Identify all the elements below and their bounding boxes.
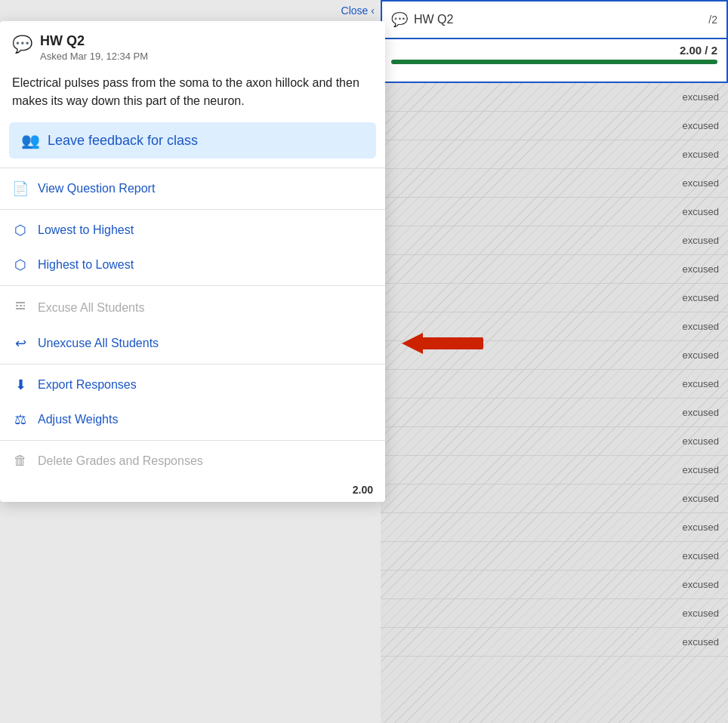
excused-row: excused xyxy=(381,140,728,169)
popup-subtitle: Asked Mar 19, 12:34 PM xyxy=(40,51,148,62)
divider-3 xyxy=(0,285,385,286)
divider-2 xyxy=(0,209,385,210)
excused-row: excused xyxy=(381,599,728,628)
menu-item-lowest-to-highest-label: Lowest to Highest xyxy=(38,223,134,237)
popup-header-content: HW Q2 Asked Mar 19, 12:34 PM xyxy=(40,33,148,62)
leave-feedback-label: Leave feedback for class xyxy=(48,133,198,149)
close-label: Close xyxy=(341,5,369,17)
red-arrow-indicator xyxy=(402,333,483,354)
excused-row: excused xyxy=(381,485,728,513)
popup-header: 💬 HW Q2 Asked Mar 19, 12:34 PM xyxy=(0,21,385,69)
menu-item-highest-to-lowest[interactable]: ⬡ Highest to Lowest xyxy=(0,248,385,282)
excuse-icon xyxy=(12,298,29,317)
close-chevron-icon: ‹ xyxy=(371,5,375,17)
bottom-score-value: 2.00 xyxy=(353,484,373,496)
popup-bottom-score: 2.00 xyxy=(0,478,385,502)
arrow-head xyxy=(402,333,423,354)
hw-header-pts: /2 xyxy=(708,14,717,26)
hw-score-row: 2.00 / 2 xyxy=(381,39,728,83)
menu-item-unexcuse-all[interactable]: ↩ Unexcuse All Students xyxy=(0,326,385,361)
menu-item-lowest-to-highest[interactable]: ⬡ Lowest to Highest xyxy=(0,213,385,248)
arrow-shaft xyxy=(423,337,483,349)
excused-row: excused xyxy=(381,284,728,312)
excused-row: excused xyxy=(381,169,728,198)
menu-item-export-responses[interactable]: ⬇ Export Responses xyxy=(0,368,385,402)
document-icon: 📄 xyxy=(12,180,29,197)
hw-score-bar xyxy=(391,60,717,64)
menu-item-excuse-all-label: Excuse All Students xyxy=(38,301,144,315)
excused-row: excused xyxy=(381,628,728,657)
leave-feedback-icon: 👥 xyxy=(21,131,40,149)
hw-header-icon: 💬 xyxy=(391,11,408,28)
menu-item-export-responses-label: Export Responses xyxy=(38,378,137,392)
sort-asc-icon: ⬡ xyxy=(12,222,29,238)
menu-item-adjust-weights[interactable]: ⚖ Adjust Weights xyxy=(0,402,385,437)
menu-item-delete-grades[interactable]: 🗑 Delete Grades and Responses xyxy=(0,444,385,478)
excused-row: excused xyxy=(381,571,728,599)
divider-4 xyxy=(0,364,385,365)
popup-title: HW Q2 xyxy=(40,33,148,49)
export-icon: ⬇ xyxy=(12,377,29,393)
excused-row: excused xyxy=(381,513,728,542)
menu-item-unexcuse-all-label: Unexcuse All Students xyxy=(38,337,159,350)
divider-5 xyxy=(0,440,385,441)
excused-row: excused xyxy=(381,456,728,485)
divider-1 xyxy=(0,168,385,168)
menu-item-adjust-weights-label: Adjust Weights xyxy=(38,413,118,426)
hw-score-value: 2.00 xyxy=(680,44,702,57)
excused-row: excused xyxy=(381,198,728,226)
menu-item-highest-to-lowest-label: Highest to Lowest xyxy=(38,258,134,272)
hw-score-num: 2.00 / 2 xyxy=(391,44,717,57)
popup-body-text: Electrical pulses pass from the soma to … xyxy=(0,69,385,122)
excused-row: excused xyxy=(381,398,728,427)
hw-header: 💬 HW Q2 /2 xyxy=(381,0,728,39)
excused-list: excused excused excused excused excused … xyxy=(381,83,728,657)
close-button[interactable]: Close ‹ xyxy=(341,5,375,17)
top-bar: Close ‹ xyxy=(0,0,381,21)
menu-item-excuse-all[interactable]: Excuse All Students xyxy=(0,289,385,326)
excused-row: excused xyxy=(381,427,728,456)
excused-row: excused xyxy=(381,370,728,398)
excused-row: excused xyxy=(381,83,728,112)
excused-row: excused xyxy=(381,226,728,255)
popup-header-icon: 💬 xyxy=(12,35,32,54)
unexcuse-icon: ↩ xyxy=(12,335,29,352)
trash-icon: 🗑 xyxy=(12,453,29,469)
weights-icon: ⚖ xyxy=(12,411,29,428)
popup-card: 💬 HW Q2 Asked Mar 19, 12:34 PM Electrica… xyxy=(0,21,385,502)
hw-score-max: / 2 xyxy=(705,44,717,57)
excused-row: excused xyxy=(381,542,728,571)
excused-row: excused xyxy=(381,112,728,140)
menu-item-delete-grades-label: Delete Grades and Responses xyxy=(38,454,203,468)
excused-row: excused xyxy=(381,255,728,284)
hw-header-title: HW Q2 xyxy=(414,13,702,26)
menu-item-view-question-report-label: View Question Report xyxy=(38,182,155,195)
leave-feedback-button[interactable]: 👥 Leave feedback for class xyxy=(9,122,376,158)
sort-desc-icon: ⬡ xyxy=(12,257,29,273)
menu-item-view-question-report[interactable]: 📄 View Question Report xyxy=(0,171,385,206)
